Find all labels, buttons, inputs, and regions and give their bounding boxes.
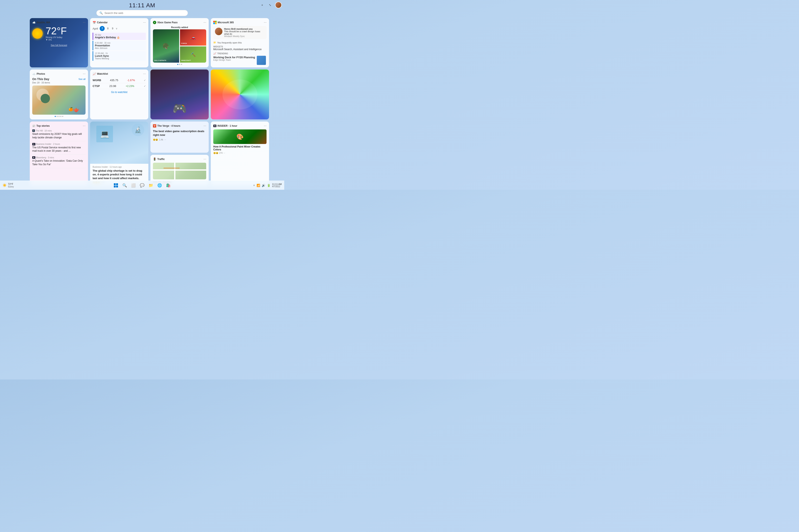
story-1[interactable]: H The Hill · 18 mins Slash emissions by … [32,129,85,141]
calendar-day-9[interactable]: 9 [111,26,114,31]
xbox-title: X Xbox Game Pass [153,21,177,24]
stories-icon: 📰 [32,125,35,127]
m365-title: Microsoft 365 [213,21,234,24]
swirl-widget[interactable] [211,70,269,119]
xbox-game-forza[interactable]: 🚗 FORZA [180,29,206,45]
verge-reactions-icon: 😊😮 [153,138,158,141]
xbox-recently-added: Recently added [153,26,206,28]
xbox-header: X Xbox Game Pass ··· [153,21,206,24]
weather-see-full[interactable]: See full forecast [32,43,85,47]
news-big-widget[interactable]: 💻 🔬 Business Insider · 11 hours ago The … [90,121,148,186]
top-right-controls: + ⤡ [259,2,282,8]
col4-row3: IN INSIDER · 1 hour ··· 🎨 How A Professi… [211,121,269,186]
map-traffic-indicator [164,168,179,169]
paint-icon: 🎨 [213,129,267,144]
taskbar-taskview-button[interactable]: ⬜ [131,183,136,188]
gaming-widget[interactable]: 🎮 [150,70,209,119]
insider-reactions-icon: 😊😮 [213,152,218,154]
controller-icon: 🎮 [172,102,187,115]
story-2[interactable]: BI Business Insider · 2 hours The US Pos… [32,143,85,155]
taskbar-weather[interactable]: ☀️ 72°F Sunny [2,183,14,188]
trending-icon: 📈 [213,52,216,55]
insider-widget-top[interactable]: IN INSIDER · 1 hour ··· 🎨 How A Professi… [211,121,269,186]
on-this-day-label: On This Day [32,77,49,81]
weather-rain: ▼ 0% [45,38,67,41]
taskbar-edge-button[interactable]: 🌐 [157,183,162,188]
taskbar-store-icon: 🛍️ [166,183,171,188]
photos-date: Dec 18 · 33 items [32,81,85,84]
m365-notification[interactable]: Henry Brill mentioned you This should be… [213,26,267,39]
expand-button[interactable]: ⤡ [267,2,273,8]
stock-wgrb[interactable]: WGRB 435.75 -1.67% ✓ [93,77,146,83]
calendar-menu[interactable]: ··· [143,21,146,24]
watchlist-menu[interactable]: ··· [143,72,146,76]
traffic-header: 🚦 Traffic ··· [153,157,206,161]
photos-title-row: On This Day See all [32,77,85,81]
search-input[interactable] [104,12,185,15]
story-3[interactable]: B Bloomberg · 3 mins A Quant's Take on I… [32,156,85,168]
traffic-menu[interactable]: ··· [204,157,206,161]
verge-menu-inline[interactable]: ··· [164,138,166,141]
windows-logo [114,183,118,188]
calendar-title: 📅 Calendar [93,21,108,24]
m365-frequent: 📁 You frequently open this [213,41,267,44]
taskbar-search-button[interactable]: 🔍 [122,183,127,188]
photos-menu[interactable]: ··· [83,72,85,76]
photos-see-all[interactable]: See all [78,78,85,80]
taskbar-taskview-icon: ⬜ [131,183,136,188]
calendar-event-lunch[interactable]: 12:30 AM · 1h Lunch Sync Teams Meeting [93,51,146,61]
top-stories-widget: 📰 Top stories ··· H The Hill · 18 mins S… [30,121,88,186]
taskbar-teams-button[interactable]: 💬 [140,183,145,188]
taskbar-explorer-button[interactable]: 📁 [148,183,153,188]
add-button[interactable]: + [259,2,265,8]
watchlist-header: 📈 Watchlist ··· [93,72,146,76]
insider-menu-inline[interactable]: ··· [224,152,225,154]
weather-info: 72°F Strong UV today ▼ 0% [45,26,67,41]
taskbar-windows-button[interactable] [113,183,118,188]
verge-icon: V [153,124,156,128]
top-time: 11:11 AM [0,0,284,9]
calendar-day-7[interactable]: 7 [100,26,104,31]
watchlist-title: 📈 Watchlist [93,72,108,76]
taskbar: ☀️ 72°F Sunny 🔍 ⬜ 💬 📁 [0,180,284,190]
verge-reactions: 😊😮 1.4k ··· [153,138,206,141]
trending-thumbnail [257,56,266,65]
taskbar-clock[interactable]: 11:11 AM 4/7/2022 [272,183,282,188]
calendar-event-presentation[interactable]: 8:30 AM · 30 min Presentation Alex Johns… [93,41,146,50]
taskbar-chevron-icon[interactable]: ∧ [253,184,255,187]
weather-widget: ☁️ Seattle, WA ··· 72°F Strong UV today … [30,18,88,68]
taskbar-wifi-icon[interactable]: 📶 [256,184,260,187]
taskbar-sound-icon[interactable]: 🔊 [262,184,265,187]
traffic-map[interactable] [153,163,206,179]
go-to-watchlist-button[interactable]: Go to watchlist [93,91,146,94]
verge-menu[interactable]: ··· [204,124,206,128]
user-avatar[interactable] [275,2,282,8]
xbox-game-halo[interactable]: 🪖 HALO INFINITE [153,29,179,63]
taskbar-center: 🔍 ⬜ 💬 📁 🌐 🛍️ [113,183,171,188]
insider-icon: IN [213,125,216,127]
xbox-icon: X [153,21,156,24]
calendar-event-birthday[interactable]: All day Angela's Birthday 🎂 [93,33,146,40]
stock-ctsp-checkmark: ✓ [144,85,146,88]
traffic-title: 🚦 Traffic [153,157,165,160]
taskbar-store-button[interactable]: 🛍️ [166,183,171,188]
trending-item[interactable]: Working Deck for FY20 Planning Edge Desi… [213,56,267,65]
xbox-menu[interactable]: ··· [204,21,206,24]
taskbar-battery-icon[interactable]: 🔋 [267,184,270,187]
calendar-expand[interactable]: ∨ [116,27,118,30]
verge-title: V The Verge · 4 hours [153,124,180,128]
m365-trending-section: 📈 Trending Working Deck for FY20 Plannin… [213,52,267,65]
photos-widget: ☁️ Photos ··· On This Day See all Dec 18… [30,70,88,119]
calendar-day-8[interactable]: 8 [106,26,110,31]
photos-image-area[interactable]: 🫖 🍊 [32,86,85,115]
sun-icon [32,28,43,39]
m365-menu[interactable]: ··· [264,21,267,24]
m365-widget: Microsoft 365 ··· Henry Brill mentioned … [211,18,269,68]
weather-menu[interactable]: ··· [83,21,85,24]
insider-menu[interactable]: ··· [264,124,267,128]
xbox-game-minecraft[interactable]: ⛏️ MINECRAFT [180,46,206,63]
news-big-headline: The global chip shortage is set to drag … [93,169,146,180]
stock-ctsp[interactable]: CTSP 23.98 +2.23% ✓ [93,83,146,89]
stories-menu[interactable]: ··· [83,124,85,128]
search-bar: 🔍 [96,10,188,16]
